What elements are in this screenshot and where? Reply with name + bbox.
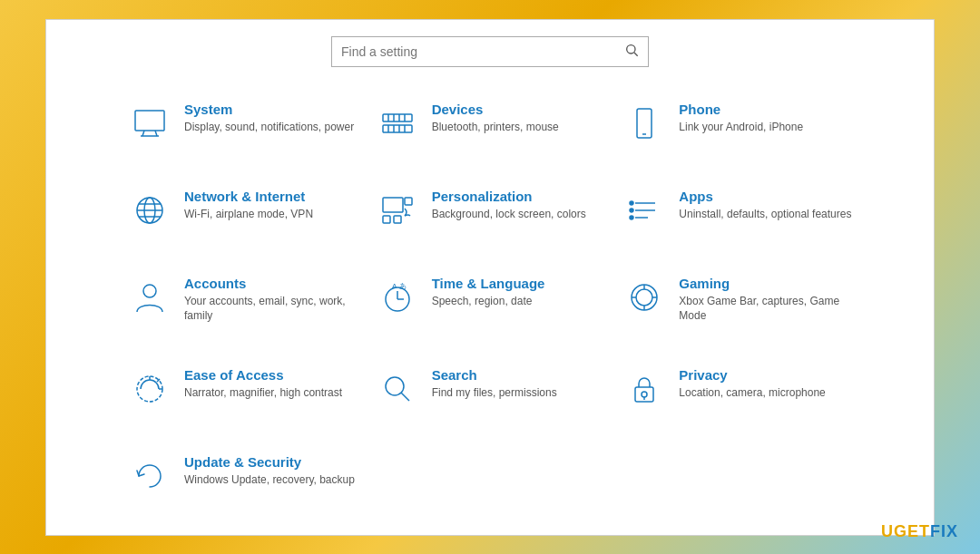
time-text: Time & LanguageSpeech, region, date: [432, 276, 545, 309]
setting-item-apps[interactable]: AppsUninstall, defaults, optional featur…: [613, 172, 861, 259]
system-title: System: [184, 102, 354, 117]
phone-title: Phone: [679, 102, 803, 117]
setting-item-time[interactable]: A あ Time & LanguageSpeech, region, date: [367, 259, 614, 352]
setting-item-devices[interactable]: DevicesBluetooth, printers, mouse: [367, 85, 614, 172]
apps-desc: Uninstall, defaults, optional features: [679, 207, 851, 222]
privacy-text: PrivacyLocation, camera, microphone: [679, 367, 825, 401]
system-desc: Display, sound, notifications, power: [184, 120, 354, 135]
system-icon: [128, 102, 172, 145]
svg-point-31: [630, 209, 633, 212]
setting-item-system[interactable]: SystemDisplay, sound, notifications, pow…: [119, 85, 367, 172]
update-desc: Windows Update, recovery, backup: [184, 472, 355, 488]
ease-text: Ease of AccessNarrator, magnifier, high …: [184, 367, 342, 401]
svg-text:あ: あ: [399, 282, 407, 290]
svg-rect-16: [637, 109, 652, 138]
time-desc: Speech, region, date: [432, 294, 545, 309]
privacy-icon: [622, 367, 666, 411]
privacy-desc: Location, camera, microphone: [679, 385, 825, 401]
search-input[interactable]: [341, 44, 624, 59]
system-text: SystemDisplay, sound, notifications, pow…: [184, 102, 354, 135]
update-title: Update & Security: [184, 454, 355, 470]
svg-text:A: A: [392, 282, 397, 290]
accounts-title: Accounts: [184, 276, 358, 291]
search-desc: Find my files, permissions: [432, 385, 557, 401]
svg-rect-26: [405, 198, 412, 205]
network-icon: [128, 189, 172, 232]
personalization-text: PersonalizationBackground, lock screen, …: [432, 189, 586, 222]
accounts-text: AccountsYour accounts, email, sync, work…: [184, 276, 358, 325]
devices-title: Devices: [432, 102, 559, 117]
network-text: Network & InternetWi-Fi, airplane mode, …: [184, 189, 313, 222]
devices-text: DevicesBluetooth, printers, mouse: [432, 102, 559, 135]
svg-line-50: [401, 393, 409, 401]
apps-text: AppsUninstall, defaults, optional featur…: [679, 189, 851, 222]
time-icon: A あ: [376, 276, 419, 319]
network-desc: Wi-Fi, airplane mode, VPN: [184, 207, 313, 222]
setting-item-update[interactable]: Update & SecurityWindows Update, recover…: [119, 438, 367, 525]
svg-point-0: [627, 44, 635, 53]
settings-grid: SystemDisplay, sound, notifications, pow…: [46, 76, 934, 535]
update-icon: [128, 454, 172, 498]
setting-item-gaming[interactable]: GamingXbox Game Bar, captures, Game Mode: [613, 259, 861, 352]
accounts-icon: [128, 276, 172, 319]
setting-item-personalization[interactable]: PersonalizationBackground, lock screen, …: [367, 172, 614, 259]
accounts-desc: Your accounts, email, sync, work, family: [184, 294, 358, 325]
search-container: [46, 20, 934, 76]
setting-item-ease[interactable]: Ease of AccessNarrator, magnifier, high …: [119, 351, 367, 438]
setting-item-network[interactable]: Network & InternetWi-Fi, airplane mode, …: [119, 172, 367, 259]
phone-icon: [622, 102, 666, 145]
setting-item-privacy[interactable]: PrivacyLocation, camera, microphone: [613, 351, 861, 438]
svg-point-40: [636, 289, 652, 306]
svg-rect-6: [383, 114, 412, 121]
svg-line-1: [634, 53, 638, 56]
svg-line-4: [155, 131, 157, 136]
apps-title: Apps: [679, 189, 851, 204]
devices-icon: [376, 102, 419, 145]
search-text: SearchFind my files, permissions: [432, 367, 557, 401]
search-icon: [376, 367, 419, 411]
gaming-desc: Xbox Game Bar, captures, Game Mode: [679, 294, 852, 325]
privacy-title: Privacy: [679, 367, 825, 383]
svg-point-30: [630, 201, 633, 205]
personalization-icon: [376, 189, 419, 232]
ease-icon: [128, 367, 172, 411]
svg-rect-7: [383, 125, 412, 132]
update-text: Update & SecurityWindows Update, recover…: [184, 454, 355, 488]
setting-item-search[interactable]: SearchFind my files, permissions: [367, 351, 614, 438]
gaming-icon: [622, 276, 666, 319]
search-bar[interactable]: [331, 36, 649, 67]
apps-icon: [622, 189, 666, 232]
svg-rect-25: [394, 216, 401, 223]
search-title: Search: [432, 367, 557, 383]
personalization-title: Personalization: [432, 189, 586, 204]
network-title: Network & Internet: [184, 189, 313, 204]
personalization-desc: Background, lock screen, colors: [432, 207, 586, 222]
time-title: Time & Language: [432, 276, 545, 291]
watermark: UGETFIX: [881, 522, 958, 541]
search-icon: [624, 43, 639, 61]
ease-desc: Narrator, magnifier, high contrast: [184, 385, 342, 401]
phone-desc: Link your Android, iPhone: [679, 120, 803, 135]
devices-desc: Bluetooth, printers, mouse: [432, 120, 559, 135]
phone-text: PhoneLink your Android, iPhone: [679, 102, 803, 135]
settings-window: SystemDisplay, sound, notifications, pow…: [45, 19, 935, 536]
watermark-prefix: UGET: [881, 522, 930, 540]
svg-point-32: [630, 216, 633, 219]
watermark-suffix: FIX: [930, 522, 958, 540]
svg-rect-23: [383, 198, 403, 212]
svg-line-3: [142, 131, 144, 136]
setting-item-accounts[interactable]: AccountsYour accounts, email, sync, work…: [119, 259, 367, 352]
svg-rect-24: [383, 216, 390, 223]
gaming-text: GamingXbox Game Bar, captures, Game Mode: [679, 276, 852, 325]
svg-point-33: [143, 285, 156, 297]
svg-point-52: [642, 392, 647, 397]
gaming-title: Gaming: [679, 276, 852, 291]
svg-rect-2: [135, 111, 164, 131]
setting-item-phone[interactable]: PhoneLink your Android, iPhone: [613, 85, 861, 172]
ease-title: Ease of Access: [184, 367, 342, 383]
